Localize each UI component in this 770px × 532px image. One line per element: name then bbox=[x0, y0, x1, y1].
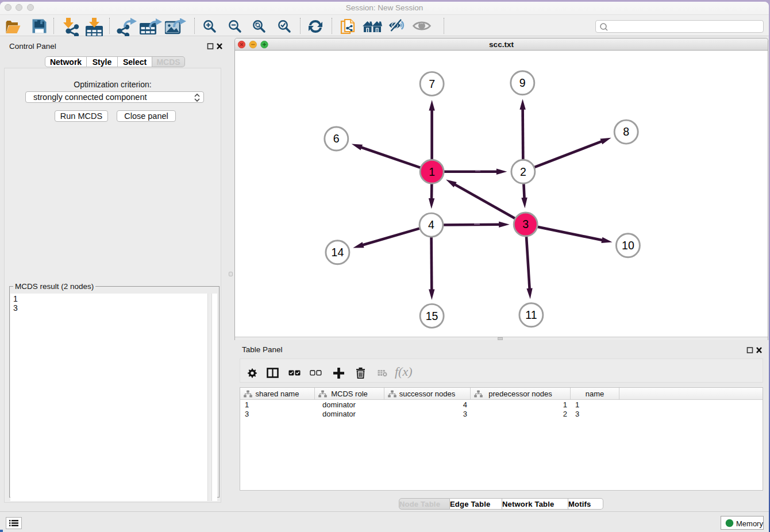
svg-text:3: 3 bbox=[522, 218, 529, 230]
svg-text:11: 11 bbox=[525, 309, 537, 321]
svg-text:2: 2 bbox=[520, 165, 526, 178]
svg-text:9: 9 bbox=[519, 76, 526, 89]
svg-text:1: 1 bbox=[429, 165, 435, 178]
svg-text:4: 4 bbox=[428, 218, 434, 231]
svg-text:8: 8 bbox=[623, 125, 629, 138]
svg-text:10: 10 bbox=[622, 239, 634, 252]
svg-text:15: 15 bbox=[426, 310, 438, 322]
svg-text:7: 7 bbox=[429, 78, 435, 90]
svg-text:14: 14 bbox=[332, 246, 344, 259]
svg-text:6: 6 bbox=[333, 132, 340, 145]
